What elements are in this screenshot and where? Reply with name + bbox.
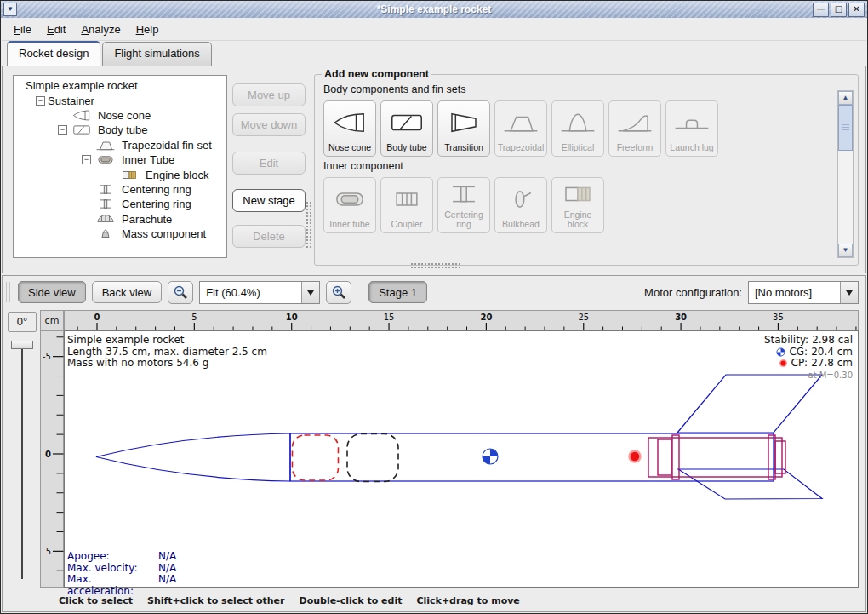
centering-ring-icon (445, 182, 483, 206)
component-button-elliptical[interactable]: Elliptical (551, 100, 604, 157)
tree-item-centering-ring[interactable]: Centering ring (14, 182, 226, 197)
tree-item-label: Engine block (146, 169, 208, 181)
tab-flight-simulations[interactable]: Flight simulations (102, 42, 211, 66)
tree-item-centering-ring[interactable]: Centering ring (14, 197, 226, 211)
zoom-out-button[interactable] (168, 281, 193, 304)
cg-legend-icon (776, 347, 785, 357)
move-down-button[interactable]: Move down (232, 113, 306, 136)
tree-item-simple-example-rocket[interactable]: Simple example rocket (14, 78, 226, 93)
component-button-launch-lug[interactable]: Launch lug (665, 100, 718, 157)
zoom-in-button[interactable] (326, 281, 351, 304)
component-button-engine-block[interactable]: Engine block (551, 177, 604, 233)
tree-item-label: Mass component (122, 227, 206, 240)
tree-item-body-tube[interactable]: −Body tube (14, 123, 226, 137)
stage-1-toggle[interactable]: Stage 1 (368, 281, 427, 303)
tree-item-label: Sustainer (48, 95, 94, 107)
flight-stat-label: Apogee: (67, 551, 158, 563)
component-button-coupler[interactable]: Coupler (380, 177, 433, 233)
delete-button[interactable]: Delete (232, 225, 306, 248)
edit-button[interactable]: Edit (232, 152, 306, 175)
window-menu-icon[interactable]: ▼ (3, 3, 17, 16)
motor-configuration-select[interactable]: [No motors] (748, 281, 859, 304)
launch-lug-icon (673, 111, 711, 135)
chevron-down-icon[interactable] (301, 282, 319, 303)
view-toolbar: Side view Back view Fit (60.4%) (6, 278, 862, 306)
rocket-diagram: 0° cm 05101520253035 -505 (8, 310, 862, 593)
vertical-splitter[interactable] (306, 201, 311, 250)
tree-item-inner-tube[interactable]: −Inner Tube (14, 152, 226, 167)
title-bar: ▼ *Simple example rocket — □ ✕ (1, 1, 867, 18)
cp-marker (630, 451, 641, 462)
new-stage-button[interactable]: New stage (232, 189, 306, 212)
inner-tube-icon (331, 187, 368, 211)
tree-item-parachute[interactable]: Parachute (14, 212, 226, 227)
tab-rocket-design[interactable]: Rocket design (7, 41, 100, 66)
stability-value: 2.98 cal (812, 335, 853, 347)
parachute-icon (94, 213, 117, 226)
toolbar-grip[interactable] (6, 282, 10, 302)
component-button-centering-ring[interactable]: Centering ring (437, 177, 490, 233)
tree-item-mass-component[interactable]: Mass component (14, 227, 226, 241)
zoom-level-select[interactable]: Fit (60.4%) (199, 281, 320, 304)
tree-item-trapezoidal-fin-set[interactable]: Trapezoidal fin set (14, 138, 226, 152)
component-button-trapezoidal[interactable]: Trapezoidal (494, 100, 547, 157)
back-view-button[interactable]: Back view (92, 281, 163, 303)
component-button-body-tube[interactable]: Body tube (380, 100, 433, 157)
stability-label: Stability: (764, 335, 808, 347)
rocket-info-text: Simple example rocket Length 37.5 cm, ma… (67, 335, 267, 370)
scroll-down-icon[interactable]: ▼ (838, 244, 853, 257)
centering-ring-icon (94, 198, 117, 210)
svg-text:20: 20 (480, 313, 492, 322)
tree-item-nose-cone[interactable]: Nose cone (14, 108, 226, 123)
tree-expander-icon[interactable]: − (58, 125, 67, 135)
component-scrollbar[interactable]: ▲ ▼ (837, 90, 854, 258)
rotation-slider-handle[interactable] (11, 341, 33, 349)
side-view-button[interactable]: Side view (18, 281, 86, 303)
component-button-label: Inner tube (328, 220, 370, 229)
tree-item-label: Inner Tube (122, 153, 174, 166)
component-button-transition[interactable]: Transition (437, 100, 490, 157)
component-button-inner-tube[interactable]: Inner tube (323, 177, 376, 233)
horizontal-splitter[interactable] (410, 262, 460, 270)
scrollbar-thumb[interactable] (838, 105, 853, 151)
tree-item-label: Body tube (98, 123, 148, 136)
component-button-nose-cone[interactable]: Nose cone (323, 100, 376, 157)
component-button-bulkhead[interactable]: Bulkhead (494, 177, 547, 233)
tree-expander-icon[interactable]: − (82, 155, 91, 164)
component-button-freeform[interactable]: Freeform (608, 100, 661, 157)
status-bar: Click to selectShift+click to select oth… (8, 595, 860, 606)
menu-item-analyze[interactable]: Analyze (73, 20, 128, 39)
freeform-fin-icon (616, 111, 654, 135)
component-tree[interactable]: Simple example rocket−SustainerNose cone… (13, 75, 227, 258)
mass-component-icon (94, 227, 117, 240)
svg-text:5: 5 (46, 547, 51, 556)
trapezoidal-fin-icon (94, 139, 117, 152)
svg-text:25: 25 (578, 313, 589, 322)
flight-stat-value: N/A (158, 563, 176, 575)
inner-tube-icon (94, 153, 117, 166)
elliptical-fin-icon (559, 111, 597, 135)
tree-item-sustainer[interactable]: −Sustainer (14, 93, 226, 107)
menu-item-edit[interactable]: Edit (39, 20, 73, 39)
zoom-level-value: Fit (60.4%) (200, 286, 301, 299)
maximize-button[interactable]: □ (831, 3, 847, 17)
cp-legend-icon (779, 359, 788, 368)
close-button[interactable]: ✕ (848, 3, 865, 17)
move-up-button[interactable]: Move up (232, 83, 306, 106)
menu-item-help[interactable]: Help (128, 20, 167, 39)
engine-block-icon (117, 169, 141, 181)
minimize-button[interactable]: — (813, 3, 829, 17)
tree-item-engine-block[interactable]: Engine block (14, 167, 226, 181)
coupler-icon (388, 187, 425, 211)
rotation-slider[interactable] (8, 336, 37, 588)
svg-text:10: 10 (286, 313, 298, 322)
component-button-label: Bulkhead (501, 220, 540, 229)
application-window: ▼ *Simple example rocket — □ ✕ FileEditA… (0, 0, 868, 614)
diagram-canvas[interactable] (65, 331, 859, 588)
rotation-angle-value: 0° (8, 312, 37, 332)
zoom-in-icon (331, 284, 347, 301)
menu-item-file[interactable]: File (6, 20, 39, 39)
chevron-down-icon[interactable] (840, 282, 858, 303)
scroll-up-icon[interactable]: ▲ (838, 91, 853, 105)
tree-expander-icon[interactable]: − (36, 96, 45, 106)
